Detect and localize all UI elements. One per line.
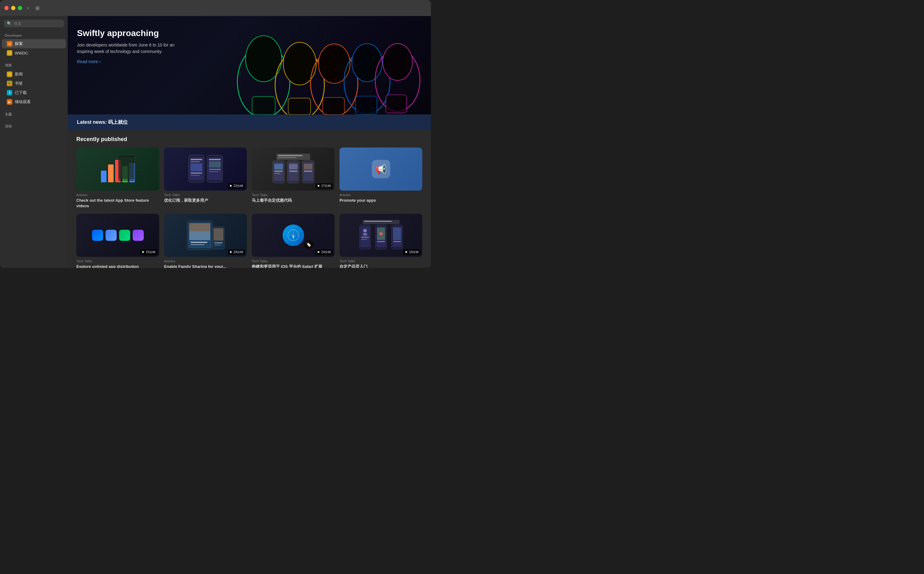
card-thumb-2: ▶ 22分钟 bbox=[164, 148, 247, 191]
safari-globe bbox=[283, 224, 304, 246]
cards-grid-row1: Articles Check out the latest App Store … bbox=[76, 148, 422, 209]
card-safari[interactable]: 🏷️ ▶ 24分钟 Tech Talks 构建和更适用于 iOS 平台的 Saf… bbox=[252, 214, 335, 268]
svg-rect-36 bbox=[276, 154, 310, 160]
card-badge-2: ▶ 22分钟 bbox=[228, 183, 245, 189]
sidebar-item-bookmarks-label: 书签 bbox=[15, 81, 23, 86]
sidebar-item-explore-label: 探索 bbox=[15, 41, 23, 46]
back-button[interactable]: ‹ bbox=[25, 4, 30, 12]
sidebar-item-downloads-label: 已下载 bbox=[15, 90, 27, 95]
activities-section-label: 活动 bbox=[0, 123, 68, 131]
content-area: Swiftly approaching Join developers worl… bbox=[68, 16, 431, 268]
svg-rect-22 bbox=[119, 157, 134, 179]
card-type-5: Tech Talks bbox=[76, 259, 159, 263]
app-icon-2 bbox=[105, 230, 116, 241]
read-more-arrow: › bbox=[99, 59, 101, 64]
svg-rect-57 bbox=[190, 242, 208, 243]
cards-grid-row2: ▶ 15分钟 Tech Talks Explore unlisted app d… bbox=[76, 214, 422, 268]
sidebar-item-continue[interactable]: ▶ 继续观看 bbox=[2, 97, 66, 107]
sidebar-item-bookmarks[interactable]: 🔖 书签 bbox=[2, 79, 66, 88]
svg-point-6 bbox=[319, 44, 350, 84]
svg-rect-70 bbox=[364, 221, 392, 222]
app-icon-1 bbox=[92, 230, 103, 241]
svg-rect-50 bbox=[304, 164, 312, 169]
card-thumb-4: 📢 bbox=[340, 148, 422, 191]
read-more-link[interactable]: Read more › bbox=[77, 59, 175, 64]
card-title-8: 自定产品页入门 bbox=[340, 264, 422, 268]
sidebar-item-continue-label: 继续观看 bbox=[15, 99, 31, 105]
bookmark-icon: 🔖 bbox=[7, 81, 12, 86]
svg-rect-74 bbox=[363, 233, 367, 236]
card-badge-8: ▶ 19分钟 bbox=[403, 249, 420, 255]
svg-rect-61 bbox=[214, 228, 224, 241]
subscription-svg bbox=[186, 152, 226, 186]
news-icon: ⊡ bbox=[7, 71, 12, 77]
svg-rect-35 bbox=[209, 171, 218, 172]
sidebar-item-downloads[interactable]: ⬇ 已下载 bbox=[2, 88, 66, 97]
svg-rect-26 bbox=[190, 161, 200, 162]
svg-rect-76 bbox=[361, 239, 367, 240]
svg-rect-63 bbox=[214, 244, 221, 245]
card-badge-6: ▶ 24分钟 bbox=[228, 249, 245, 255]
topics-section-label: 主题 bbox=[0, 111, 68, 118]
hero-svg bbox=[195, 16, 431, 115]
sidebar-toggle-button[interactable]: ⊞ bbox=[33, 4, 41, 12]
card-code-redemption[interactable]: ▶ 17分钟 Tech Talks 马上着手自定优惠代码 bbox=[252, 148, 335, 209]
sidebar-item-explore[interactable]: ⊙ 探索 bbox=[2, 39, 66, 48]
svg-point-73 bbox=[363, 229, 367, 232]
svg-rect-85 bbox=[393, 241, 401, 242]
card-family-sharing[interactable]: ▶ 24分钟 Articles Enable Family Sharing fo… bbox=[164, 214, 247, 268]
minimize-button[interactable] bbox=[11, 6, 16, 10]
card-thumb-5: ▶ 15分钟 bbox=[76, 214, 159, 257]
card-type-2: Tech Talks bbox=[164, 193, 247, 197]
hero-description: Join developers worldwide from June 6 to… bbox=[77, 42, 175, 55]
hero-text: Swiftly approaching Join developers worl… bbox=[77, 28, 175, 64]
main-layout: 🔍 Developer ⊙ 探索 ⊡ WWDC 浏览 ⊡ 新闻 🔖 书签 bbox=[0, 16, 431, 268]
card-thumb-3: ▶ 17分钟 bbox=[252, 148, 335, 191]
promote-icon: 📢 bbox=[372, 160, 390, 178]
card-promote[interactable]: 📢 Articles Promote your apps bbox=[340, 148, 422, 209]
news-bar: Latest news: 码上就位 bbox=[68, 115, 431, 130]
card-product-page[interactable]: ▶ 19分钟 Tech Talks 自定产品页入门 bbox=[340, 214, 422, 268]
app-icon-4 bbox=[133, 230, 144, 241]
svg-rect-62 bbox=[214, 242, 222, 243]
developer-section-label: Developer bbox=[0, 32, 68, 39]
card-thumb-8: ▶ 19分钟 bbox=[340, 214, 422, 257]
maximize-button[interactable] bbox=[18, 6, 22, 10]
svg-rect-38 bbox=[278, 157, 296, 158]
card-type-3: Tech Talks bbox=[252, 193, 335, 197]
close-button[interactable] bbox=[4, 6, 9, 10]
svg-rect-16 bbox=[101, 170, 107, 182]
sidebar-item-news[interactable]: ⊡ 新闻 bbox=[2, 69, 66, 79]
recently-published-title: Recently published bbox=[76, 136, 422, 143]
card-appstore-videos[interactable]: Articles Check out the latest App Store … bbox=[76, 148, 159, 209]
traffic-lights bbox=[4, 6, 22, 10]
search-box[interactable]: 🔍 bbox=[4, 20, 64, 27]
card-thumb-7: 🏷️ ▶ 24分钟 bbox=[252, 214, 335, 257]
card-thumb-inner-4: 📢 bbox=[340, 148, 422, 191]
tablet-svg bbox=[186, 218, 226, 252]
search-input[interactable] bbox=[14, 21, 61, 26]
svg-rect-12 bbox=[288, 98, 311, 115]
explore-icon: ⊙ bbox=[7, 41, 12, 46]
svg-point-10 bbox=[383, 44, 412, 80]
svg-rect-51 bbox=[304, 170, 312, 172]
card-unlisted-app[interactable]: ▶ 15分钟 Tech Talks Explore unlisted app d… bbox=[76, 214, 159, 268]
card-title-6: Enable Family Sharing for your... bbox=[164, 264, 247, 268]
wwdc-icon: ⊡ bbox=[7, 50, 12, 56]
play-icon: ▶ bbox=[7, 99, 12, 105]
card-thumb-1 bbox=[76, 148, 159, 191]
svg-rect-17 bbox=[108, 164, 113, 182]
svg-rect-43 bbox=[274, 173, 280, 174]
search-icon: 🔍 bbox=[7, 21, 12, 26]
card-subscription[interactable]: ▶ 22分钟 Tech Talks 优化订阅，获取更多用户 bbox=[164, 148, 247, 209]
title-bar: ‹ ⊞ bbox=[0, 0, 431, 16]
hero-banner[interactable]: Swiftly approaching Join developers worl… bbox=[68, 16, 431, 115]
read-more-text: Read more bbox=[77, 59, 98, 64]
svg-rect-32 bbox=[209, 159, 221, 160]
card-title-7: 构建和更适用于 iOS 平台的 Safari 扩展 bbox=[252, 264, 335, 268]
sidebar: 🔍 Developer ⊙ 探索 ⊡ WWDC 浏览 ⊡ 新闻 🔖 书签 bbox=[0, 16, 68, 268]
card-type-8: Tech Talks bbox=[340, 259, 422, 263]
sidebar-item-wwdc[interactable]: ⊡ WWDC bbox=[2, 48, 66, 58]
svg-rect-28 bbox=[190, 172, 202, 173]
safari-badge-icon: 🏷️ bbox=[304, 240, 313, 249]
